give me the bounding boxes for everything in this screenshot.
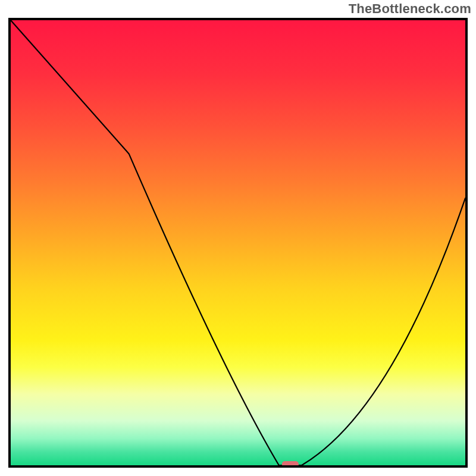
optimum-marker xyxy=(11,20,465,465)
plot-area xyxy=(8,18,468,468)
watermark-text: TheBottleneck.com xyxy=(349,1,471,17)
chart-container: TheBottleneck.com xyxy=(0,0,476,476)
svg-rect-1 xyxy=(282,461,299,465)
